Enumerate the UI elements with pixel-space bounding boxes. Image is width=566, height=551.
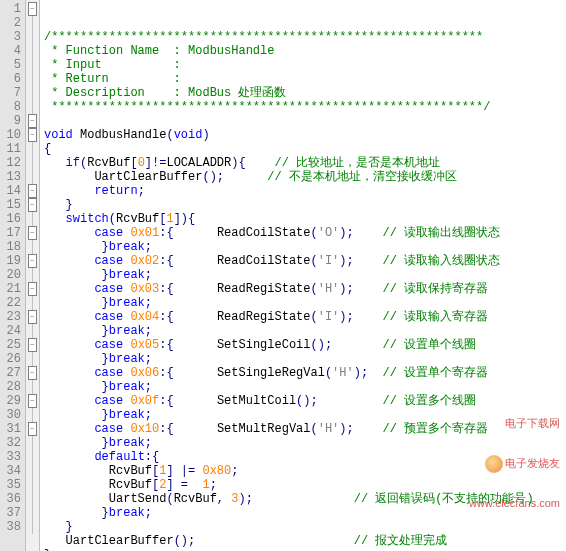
fold-toggle-icon[interactable]: − [28,310,37,324]
code-line[interactable]: }break; [44,240,566,254]
code-line[interactable]: default:{ [44,450,566,464]
code-line[interactable]: ****************************************… [44,100,566,114]
fold-guide [32,156,33,170]
fold-guide [32,100,33,114]
fold-guide [32,352,33,366]
fold-toggle-icon[interactable]: − [28,114,37,128]
code-line[interactable]: case 0x04:{ ReadRegiState('I'); // 读取输入寄… [44,310,566,324]
fold-toggle-icon[interactable]: − [28,198,37,212]
fold-guide [32,464,33,478]
code-editor[interactable]: 1234567891011121314151617181920212223242… [0,0,566,551]
fold-guide [32,268,33,282]
code-line[interactable]: RcvBuf[2] = 1; [44,478,566,492]
code-line[interactable]: case 0x0f:{ SetMultCoil(); // 设置多个线圈 [44,394,566,408]
code-line[interactable]: if(RcvBuf[0]!=LOCALADDR){ // 比较地址，是否是本机地… [44,156,566,170]
fold-guide [32,212,33,226]
line-number: 19 [2,254,21,268]
fold-guide [32,408,33,422]
code-line[interactable]: { [44,142,566,156]
code-line[interactable]: }break; [44,268,566,282]
fold-toggle-icon[interactable]: − [28,282,37,296]
line-number: 6 [2,72,21,86]
fold-column[interactable]: −−−−−−−−−−−−− [26,0,40,551]
code-line[interactable]: * Return : [44,72,566,86]
line-number: 16 [2,212,21,226]
fold-guide [32,492,33,506]
code-line[interactable]: case 0x01:{ ReadCoilState('O'); // 读取输出线… [44,226,566,240]
line-number: 18 [2,240,21,254]
code-line[interactable]: }break; [44,380,566,394]
code-line[interactable]: case 0x05:{ SetSingleCoil(); // 设置单个线圈 [44,338,566,352]
fold-guide [32,16,33,30]
fold-guide [32,44,33,58]
code-line[interactable]: * Function Name : ModbusHandle [44,44,566,58]
line-number: 7 [2,86,21,100]
fold-guide [32,240,33,254]
code-line[interactable]: /***************************************… [44,30,566,44]
line-number: 23 [2,310,21,324]
line-number-gutter: 1234567891011121314151617181920212223242… [0,0,26,551]
code-line[interactable]: switch(RcvBuf[1]){ [44,212,566,226]
fold-guide [32,296,33,310]
code-line[interactable]: * Description : ModBus 处理函数 [44,86,566,100]
line-number: 35 [2,478,21,492]
code-line[interactable]: return; [44,184,566,198]
fold-guide [32,380,33,394]
code-line[interactable]: }break; [44,408,566,422]
fold-toggle-icon[interactable]: − [28,184,37,198]
fold-guide [32,142,33,156]
code-line[interactable]: }break; [44,324,566,338]
code-line[interactable]: case 0x06:{ SetSingleRegVal('H'); // 设置单… [44,366,566,380]
line-number: 34 [2,464,21,478]
code-line[interactable]: RcvBuf[1] |= 0x80; [44,464,566,478]
fold-guide [32,72,33,86]
line-number: 9 [2,114,21,128]
line-number: 2 [2,16,21,30]
fold-toggle-icon[interactable]: − [28,422,37,436]
line-number: 17 [2,226,21,240]
code-line[interactable]: }break; [44,436,566,450]
code-line[interactable]: case 0x02:{ ReadCoilState('I'); // 读取输入线… [44,254,566,268]
line-number: 20 [2,268,21,282]
line-number: 30 [2,408,21,422]
fold-guide [32,170,33,184]
code-line[interactable] [44,114,566,128]
code-line[interactable]: void ModbusHandle(void) [44,128,566,142]
code-line[interactable]: case 0x10:{ SetMultRegVal('H'); // 预置多个寄… [44,422,566,436]
fold-toggle-icon[interactable]: − [28,338,37,352]
line-number: 15 [2,198,21,212]
line-number: 32 [2,436,21,450]
line-number: 22 [2,296,21,310]
code-line[interactable]: }break; [44,506,566,520]
line-number: 29 [2,394,21,408]
fold-toggle-icon[interactable]: − [28,366,37,380]
code-line[interactable]: UartSend(RcvBuf, 3); // 返回错误码(不支持的功能号) [44,492,566,506]
fold-guide [32,506,33,520]
code-line[interactable]: } [44,520,566,534]
line-number: 5 [2,58,21,72]
code-line[interactable]: UartClearBuffer(); // 报文处理完成 [44,534,566,548]
code-line[interactable]: }break; [44,352,566,366]
line-number: 24 [2,324,21,338]
fold-guide [32,324,33,338]
line-number: 13 [2,170,21,184]
line-number: 28 [2,380,21,394]
line-number: 38 [2,520,21,534]
code-line[interactable]: case 0x03:{ ReadRegiState('H'); // 读取保持寄… [44,282,566,296]
line-number: 31 [2,422,21,436]
fold-toggle-icon[interactable]: − [28,226,37,240]
fold-toggle-icon[interactable]: − [28,394,37,408]
code-line[interactable]: * Input : [44,58,566,72]
line-number: 36 [2,492,21,506]
code-line[interactable]: } [44,198,566,212]
fold-guide [32,478,33,492]
code-line[interactable]: }break; [44,296,566,310]
fold-guide [32,436,33,450]
line-number: 8 [2,100,21,114]
code-line[interactable]: UartClearBuffer(); // 不是本机地址，清空接收缓冲区 [44,170,566,184]
code-area[interactable]: /***************************************… [40,0,566,551]
fold-toggle-icon[interactable]: − [28,128,37,142]
fold-guide [32,520,33,534]
fold-toggle-icon[interactable]: − [28,2,37,16]
fold-toggle-icon[interactable]: − [28,254,37,268]
